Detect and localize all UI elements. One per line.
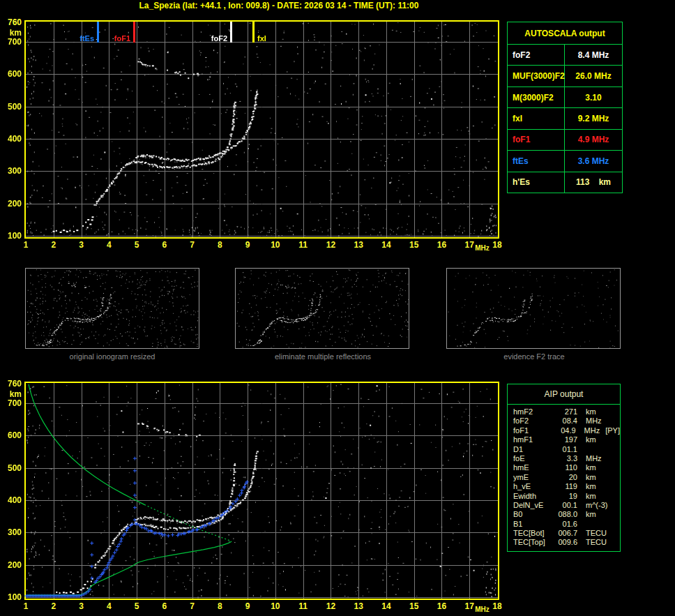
aip-table-rows: hmF2271kmfoF208.4MHzfoF104.9MHz[PY]hmF11… xyxy=(508,405,620,548)
x-axis-tick-label: 10 xyxy=(268,602,283,611)
thumbnail-caption-original: original ionogram resized xyxy=(24,352,200,361)
x-axis-tick-label: 10 xyxy=(268,241,283,250)
x-axis-tick-label: 2 xyxy=(46,241,61,250)
aip-row-name: hmE xyxy=(508,463,552,472)
aip-table-title: AIP output xyxy=(508,384,620,405)
aip-row-name: Ewidth xyxy=(508,492,552,501)
y-axis-tick-label: 300 xyxy=(0,166,22,176)
aip-row: ymE20km xyxy=(508,473,620,482)
x-axis-tick-label: 8 xyxy=(212,241,227,250)
aip-row-name: hmF2 xyxy=(508,407,552,416)
autoscala-window: La_Spezia (lat: +44.1 , lon: 009.8) - DA… xyxy=(0,0,675,616)
x-axis-tick-label: 5 xyxy=(129,241,144,250)
x-axis-tick-label: 14 xyxy=(379,241,394,250)
aip-row-value: 19 xyxy=(552,492,577,501)
x-axis-tick-label: 15 xyxy=(407,241,422,250)
autoscala-row: fxI9.2 MHz xyxy=(508,108,622,129)
x-axis-tick-label: 18 xyxy=(490,241,505,250)
aip-row-name: hmF1 xyxy=(508,435,552,444)
x-axis-tick-label: 9 xyxy=(240,241,255,250)
x-axis-tick-label: 15 xyxy=(407,602,422,611)
aip-output-table: AIP output hmF2271kmfoF208.4MHzfoF104.9M… xyxy=(507,384,621,552)
aip-row-name: h_vE xyxy=(508,482,552,491)
ionogram-bottom-canvas xyxy=(24,382,499,600)
aip-row-unit: m^(-3) xyxy=(577,501,607,510)
autoscala-row-label: ftEs xyxy=(508,151,565,171)
x-axis-tick-label: 6 xyxy=(157,241,172,250)
y-axis-tick-label: 200 xyxy=(0,560,22,570)
aip-row-unit: km xyxy=(577,510,596,519)
x-axis-tick-label: 11 xyxy=(296,241,311,250)
aip-row-value: 197 xyxy=(552,435,577,444)
x-axis-tick-label: 9 xyxy=(240,602,255,611)
y-axis-tick-label: 600 xyxy=(0,430,22,440)
x-axis-unit-label: MHz xyxy=(475,245,490,252)
aip-row: Ewidth19km xyxy=(508,492,620,501)
aip-row: D101.1 xyxy=(508,445,620,454)
aip-row-extra: [PY] xyxy=(600,426,620,435)
x-axis-tick-label: 7 xyxy=(185,241,200,250)
x-axis-tick-label: 16 xyxy=(434,602,449,611)
autoscala-row-label: foF2 xyxy=(508,45,565,65)
x-axis-tick-label: 18 xyxy=(490,602,505,611)
aip-row-unit: MHz xyxy=(576,426,600,435)
autoscala-row: foF14.9 MHz xyxy=(508,130,622,151)
aip-row-name: B1 xyxy=(508,520,552,529)
aip-row-value: 006.7 xyxy=(552,529,577,538)
x-axis-tick-label: 8 xyxy=(212,602,227,611)
x-axis-tick-label: 1 xyxy=(18,241,33,250)
y-axis-tick-label: 400 xyxy=(0,134,22,144)
aip-row: B0088.0km xyxy=(508,510,620,519)
aip-row-name: D1 xyxy=(508,445,552,454)
aip-row-value: 01.6 xyxy=(552,520,577,529)
autoscala-row-value: 3.10 xyxy=(565,87,622,107)
aip-row-unit: km xyxy=(577,407,596,416)
station-title: La_Spezia (lat: +44.1 , lon: 009.8) - DA… xyxy=(11,1,547,10)
autoscala-row-value: 8.4 MHz xyxy=(565,45,622,65)
autoscala-row-value: 26.0 MHz xyxy=(565,66,622,86)
x-axis-tick-label: 3 xyxy=(74,602,89,611)
autoscala-row-value: 3.6 MHz xyxy=(565,151,622,171)
autoscala-row: M(3000)F23.10 xyxy=(508,87,622,108)
x-axis-tick-label: 6 xyxy=(157,602,172,611)
aip-row-value: 088.0 xyxy=(552,510,577,519)
y-axis-tick-label: 760 xyxy=(0,17,22,27)
aip-row-value: 119 xyxy=(552,482,577,491)
y-axis-tick-label: 200 xyxy=(0,199,22,209)
y-axis-tick-label: 300 xyxy=(0,527,22,537)
x-axis-tick-label: 4 xyxy=(101,602,116,611)
autoscala-row: ftEs3.6 MHz xyxy=(508,151,622,172)
aip-row: foE3.3MHz xyxy=(508,454,620,463)
aip-row-unit: MHz xyxy=(577,454,602,463)
x-axis-tick-label: 12 xyxy=(323,241,338,250)
x-axis-tick-label: 16 xyxy=(434,241,449,250)
ionogram-top-canvas xyxy=(24,20,499,239)
autoscala-row: foF28.4 MHz xyxy=(508,45,622,66)
autoscala-row-label: foF1 xyxy=(508,130,565,150)
y-axis-tick-label: 100 xyxy=(0,592,22,602)
aip-row-unit: km xyxy=(577,463,596,472)
aip-row-value: 20 xyxy=(552,473,577,482)
y-axis-tick-label: 700 xyxy=(0,37,22,47)
autoscala-row-value: 113 km xyxy=(565,172,622,193)
aip-row: DelN_vE00.1m^(-3) xyxy=(508,501,620,510)
y-axis-tick-label: 700 xyxy=(0,398,22,408)
thumbnail-original-ionogram xyxy=(25,268,199,349)
aip-row-unit: TECU xyxy=(577,529,607,538)
aip-row: B101.6 xyxy=(508,520,620,529)
x-axis-tick-label: 14 xyxy=(379,602,394,611)
autoscala-row: h'Es113 km xyxy=(508,172,622,193)
aip-row: hmE110km xyxy=(508,463,620,472)
aip-row-name: ymE xyxy=(508,473,552,482)
aip-row-name: foE xyxy=(508,454,552,463)
x-axis-tick-label: 13 xyxy=(351,241,366,250)
thumbnail-caption-eliminate: eliminate multiple reflections xyxy=(235,352,411,361)
thumbnail-evidence-f2-trace xyxy=(446,268,621,349)
y-axis-tick-label: 100 xyxy=(0,231,22,241)
aip-row-name: foF1 xyxy=(508,426,552,435)
x-axis-tick-label: 3 xyxy=(74,241,89,250)
autoscala-table-title: AUTOSCALA output xyxy=(508,22,622,45)
autoscala-row-label: M(3000)F2 xyxy=(508,87,565,107)
aip-row-value: 271 xyxy=(552,407,577,416)
autoscala-row-label: MUF(3000)F2 xyxy=(508,66,565,86)
